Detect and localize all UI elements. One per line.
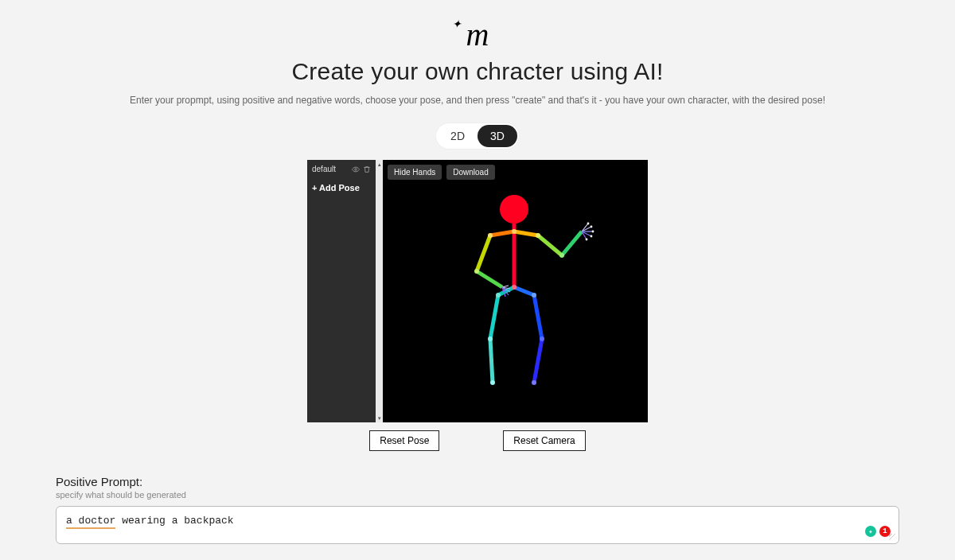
sparkle-icon: ✦ (452, 18, 462, 31)
grammar-badge[interactable]: ✦ 1 (865, 526, 891, 537)
svg-point-24 (490, 380, 495, 385)
svg-line-13 (534, 339, 542, 383)
pose-list-item[interactable]: default (307, 160, 376, 178)
svg-line-3 (514, 231, 538, 235)
svg-point-15 (488, 233, 493, 238)
positive-prompt-label: Positive Prompt: (56, 475, 899, 488)
svg-line-5 (477, 271, 502, 287)
svg-line-2 (490, 231, 514, 235)
svg-point-41 (586, 239, 588, 241)
toggle-2d[interactable]: 2D (438, 125, 477, 147)
pose-editor: default + Add Pose ▴ ▾ Hide Hands Downlo… (307, 160, 648, 422)
svg-point-18 (559, 253, 564, 258)
svg-point-17 (474, 269, 479, 274)
svg-point-37 (587, 223, 590, 225)
svg-line-7 (562, 231, 582, 255)
scroll-up-icon[interactable]: ▴ (378, 161, 381, 167)
svg-point-14 (512, 229, 516, 234)
sidebar-scrollbar[interactable]: ▴ ▾ (376, 160, 383, 422)
toggle-3d[interactable]: 3D (477, 125, 517, 147)
dimension-toggle: 2D 3D (436, 123, 519, 149)
svg-point-21 (532, 293, 536, 298)
svg-line-6 (538, 235, 562, 255)
reset-pose-button[interactable]: Reset Pose (369, 430, 439, 451)
skeleton-figure[interactable] (383, 160, 648, 422)
pose-viewport[interactable]: Hide Hands Download (383, 160, 648, 422)
svg-point-25 (532, 380, 536, 385)
svg-line-11 (490, 339, 493, 383)
prompt-text-underlined: a doctor (66, 515, 115, 529)
svg-point-22 (488, 336, 493, 341)
page-title: Create your own chracter using AI! (0, 58, 955, 85)
svg-point-39 (592, 231, 594, 233)
scroll-down-icon[interactable]: ▾ (378, 415, 381, 421)
reset-camera-button[interactable]: Reset Camera (503, 430, 585, 451)
svg-point-38 (591, 226, 593, 228)
logo-text: m (466, 17, 489, 52)
pose-sidebar: default + Add Pose (307, 160, 376, 422)
svg-point-26 (500, 195, 528, 224)
svg-point-20 (496, 293, 501, 298)
svg-line-12 (534, 295, 542, 339)
trash-icon[interactable] (363, 165, 371, 173)
textarea-resize-handle[interactable] (889, 534, 897, 542)
positive-prompt-input[interactable]: a doctor wearing a backpack ✦ 1 (56, 506, 899, 544)
svg-point-40 (591, 235, 593, 238)
svg-point-23 (540, 336, 544, 341)
pose-name-label: default (312, 165, 349, 173)
svg-line-4 (477, 235, 490, 271)
logo: ✦m (0, 16, 955, 53)
positive-prompt-hint: specify what should be generated (56, 490, 899, 500)
eye-icon[interactable] (352, 165, 360, 173)
page-subtitle: Enter your propmpt, using positive and n… (119, 95, 836, 106)
svg-point-16 (536, 233, 540, 238)
svg-point-0 (355, 168, 357, 170)
prompt-text-rest: wearing a backpack (115, 515, 233, 527)
add-pose-button[interactable]: + Add Pose (307, 178, 376, 200)
svg-point-19 (512, 285, 516, 290)
svg-line-10 (490, 295, 498, 339)
grammarly-icon[interactable]: ✦ (865, 526, 876, 537)
svg-line-9 (514, 287, 534, 295)
